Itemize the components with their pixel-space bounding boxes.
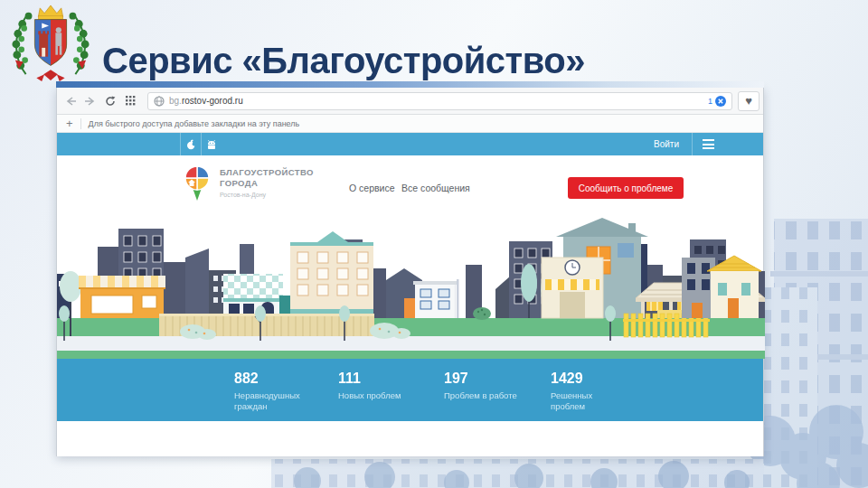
logo-title-line2: ГОРОДА — [220, 178, 314, 189]
bookmarks-separator — [80, 118, 81, 129]
refresh-button[interactable] — [100, 91, 120, 111]
nav-all-messages[interactable]: Все сообщения — [401, 183, 470, 193]
title-divider — [56, 81, 764, 88]
stat-solved-problems: 1429 Решенных проблем — [551, 371, 628, 413]
stat-value: 111 — [338, 371, 416, 387]
android-icon — [206, 139, 217, 150]
ios-app-button[interactable] — [180, 133, 201, 155]
site-topbar: Войти — [57, 133, 763, 155]
stat-new-problems: 111 Новых проблем — [338, 371, 416, 401]
forward-button[interactable] — [80, 91, 100, 111]
apple-icon — [186, 139, 196, 150]
browser-toolbar: bg.rostov-gorod.ru 1 ♥ — [57, 88, 763, 115]
address-bar[interactable]: bg.rostov-gorod.ru 1 — [147, 92, 732, 110]
globe-icon — [154, 96, 165, 107]
url-host: rostov-gorod.ru — [182, 96, 243, 106]
browser-window: bg.rostov-gorod.ru 1 ♥ + Для быстрого до… — [56, 88, 764, 456]
presentation-slide: Сервис «Благоустройство» — [0, 0, 868, 488]
stat-label: Новых проблем — [338, 390, 416, 401]
stat-citizens: 882 Неравнодушных граждан — [234, 371, 312, 413]
stat-problems-in-progress: 197 Проблем в работе — [444, 371, 522, 401]
tableau-grid-button[interactable] — [120, 91, 140, 111]
back-button[interactable] — [61, 91, 80, 111]
extension-badge-icon[interactable] — [715, 96, 726, 107]
logo-title-line1: БЛАГОУСТРОЙСТВО — [220, 167, 314, 178]
stat-value: 882 — [234, 371, 312, 387]
stat-value: 197 — [444, 371, 522, 387]
rostov-coat-of-arms-icon — [5, 4, 96, 83]
android-app-button[interactable] — [201, 133, 222, 155]
bookmarks-bar: + Для быстрого доступа добавьте закладки… — [57, 115, 763, 133]
url-prefix: bg. — [169, 96, 182, 106]
site-logo[interactable]: БЛАГОУСТРОЙСТВО ГОРОДА Ростов-на-Дону — [182, 164, 314, 202]
stat-label: Проблем в работе — [444, 390, 522, 401]
bookmarks-hint: Для быстрого доступа добавьте закладки н… — [89, 119, 300, 128]
heart-icon: ♥ — [745, 94, 752, 108]
site-header: БЛАГОУСТРОЙСТВО ГОРОДА Ростов-на-Дону О … — [57, 155, 763, 212]
stats-bar: 882 Неравнодушных граждан 111 Новых проб… — [57, 359, 763, 421]
stat-label: Решенных проблем — [551, 390, 628, 413]
stat-value: 1429 — [551, 371, 628, 387]
report-problem-button[interactable]: Сообщить о проблеме — [568, 177, 684, 199]
stat-label: Неравнодушных граждан — [234, 390, 312, 413]
slide-title: Сервис «Благоустройство» — [102, 41, 585, 81]
bookmark-heart-button[interactable]: ♥ — [738, 91, 760, 111]
nav-about-service[interactable]: О сервисе — [349, 183, 395, 193]
site-footer — [57, 421, 763, 456]
menu-button[interactable] — [693, 133, 723, 155]
logo-subtitle: Ростов-на-Дону — [220, 192, 314, 198]
logo-pin-icon — [182, 164, 212, 202]
login-button[interactable]: Войти — [641, 133, 692, 155]
new-bookmark-icon[interactable]: + — [66, 117, 73, 129]
extension-badge-count: 1 — [708, 97, 712, 106]
cityscape-illustration — [57, 212, 765, 359]
